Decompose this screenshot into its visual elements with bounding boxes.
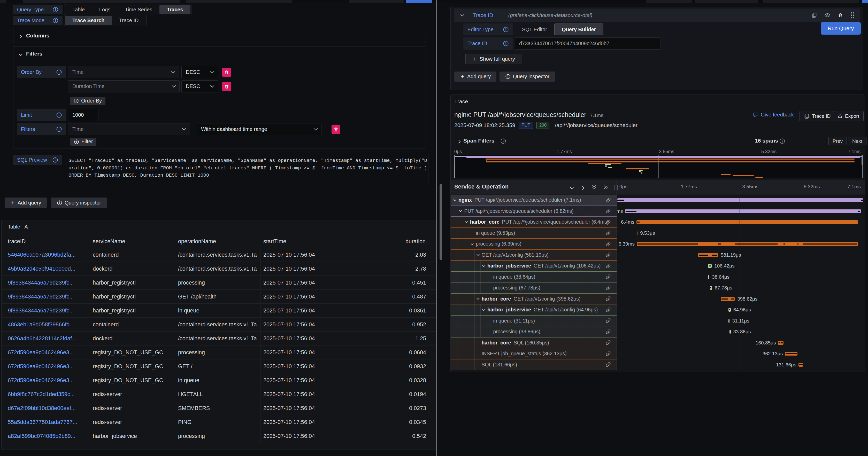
- span-timeline-cell[interactable]: 398.62μs: [617, 294, 865, 305]
- info-icon[interactable]: [53, 18, 58, 24]
- span-name-cell[interactable]: harbor_coreSQL (160.85μs): [451, 337, 617, 349]
- query-type-option-traces[interactable]: Traces: [159, 5, 190, 14]
- span-timeline-cell[interactable]: 67.78μs: [617, 283, 865, 294]
- span-collapse-chevron[interactable]: [453, 198, 456, 201]
- span-link-icon[interactable]: [606, 263, 611, 268]
- span-timeline-cell[interactable]: 6.82ms: [617, 206, 865, 217]
- span-row[interactable]: PUT /api/*/jobservice/queues/scheduler (…: [451, 206, 865, 217]
- span-name-cell[interactable]: nginxPUT /api/*/jobservice/queues/schedu…: [451, 195, 617, 206]
- span-timeline-cell[interactable]: 6.4ms: [617, 217, 865, 228]
- add-query-button-right[interactable]: Add query: [454, 71, 496, 82]
- filter-range-select[interactable]: Within dashboard time range: [197, 123, 321, 135]
- order-by-field-select-2[interactable]: Duration Time: [68, 80, 180, 92]
- table-cell-traceID[interactable]: 55a5dda3677501ada7767...: [8, 415, 86, 429]
- span-row[interactable]: processing (33.86μs)33.86μs: [451, 326, 865, 337]
- table-cell-traceID[interactable]: 672d590ea9c0462496e3...: [8, 373, 86, 387]
- span-timeline-cell[interactable]: 9.53μs: [617, 228, 865, 239]
- table-column-header[interactable]: serviceName: [93, 238, 125, 245]
- span-name-cell[interactable]: SQL (131.66μs): [451, 359, 617, 370]
- scrollbar-thumb[interactable]: [439, 184, 442, 260]
- span-link-icon[interactable]: [606, 285, 611, 291]
- table-cell-traceID[interactable]: 9f89384344a6a79d239fc...: [8, 276, 86, 290]
- trace-mode-option-trace-search[interactable]: Trace Search: [65, 16, 112, 25]
- span-bar[interactable]: [617, 198, 863, 202]
- span-name-cell[interactable]: processing (67.78μs): [451, 283, 617, 294]
- order-by-dir-select-2[interactable]: DESC: [181, 80, 218, 92]
- span-bar[interactable]: [728, 319, 730, 323]
- span-name-cell[interactable]: GET /api/v1/config (581.19μs): [451, 250, 617, 261]
- span-bar[interactable]: [637, 231, 638, 235]
- chevron-right-icon[interactable]: [580, 185, 586, 191]
- table-column-header[interactable]: operationName: [178, 238, 216, 245]
- table-cell-traceID[interactable]: 4863eb1a9d058f39866fd...: [8, 318, 86, 331]
- pane-resize-handle[interactable]: [436, 0, 437, 456]
- order-by-field-select[interactable]: Time: [68, 66, 179, 78]
- span-name-cell[interactable]: harbor_jobserviceGET /api/v1/config (64.…: [451, 304, 617, 316]
- span-link-icon[interactable]: [606, 208, 611, 214]
- query-type-option-table[interactable]: Table: [65, 5, 92, 14]
- query-inspector-button-right[interactable]: Query inspector: [499, 71, 555, 82]
- span-name-cell[interactable]: in queue (9.53μs): [451, 228, 617, 239]
- span-row[interactable]: in queue (9.53μs)9.53μs: [451, 228, 865, 239]
- columns-section[interactable]: Columns: [13, 29, 426, 43]
- editor-type-option-query-builder[interactable]: Query Builder: [554, 24, 603, 35]
- order-by-dir-select[interactable]: DESC: [181, 66, 218, 78]
- span-timeline-cell[interactable]: [617, 195, 865, 206]
- table-cell-traceID[interactable]: 6bb9f8c767c2d1ded359c...: [8, 387, 86, 401]
- span-link-icon[interactable]: [606, 307, 611, 313]
- trace-mode-option-trace-id[interactable]: Trace ID: [112, 16, 146, 25]
- span-name-cell[interactable]: PUT /api/*/jobservice/queues/scheduler (…: [451, 206, 617, 217]
- span-link-icon[interactable]: [606, 296, 611, 302]
- chevron-down-icon[interactable]: [18, 52, 23, 57]
- span-name-cell[interactable]: INSERT job_queue_status (362.13μs): [451, 348, 617, 359]
- info-icon[interactable]: [503, 27, 509, 33]
- span-link-icon[interactable]: [606, 252, 611, 258]
- span-link-icon[interactable]: [606, 340, 611, 346]
- span-row[interactable]: in queue (38.64μs)38.64μs: [451, 272, 865, 283]
- query-inspector-button[interactable]: Query inspector: [51, 198, 107, 208]
- table-column-header[interactable]: duration: [405, 238, 426, 245]
- span-row[interactable]: harbor_corePUT /api/*/jobservice/queues/…: [451, 217, 865, 228]
- double-chevron-right-icon[interactable]: [603, 185, 609, 190]
- span-row[interactable]: in queue (31.11μs)31.11μs: [451, 316, 865, 327]
- info-icon-gray[interactable]: [779, 138, 785, 144]
- filter-field-select[interactable]: Time: [68, 123, 190, 135]
- span-link-icon[interactable]: [606, 230, 611, 236]
- table-cell-traceID[interactable]: 672d590ea9c0462496e3...: [8, 346, 86, 359]
- span-timeline-cell[interactable]: 31.11μs: [617, 316, 865, 327]
- span-collapse-chevron[interactable]: [459, 209, 462, 212]
- prev-button[interactable]: Prev: [829, 137, 847, 145]
- span-row[interactable]: INSERT job_queue_status (362.13μs)362.13…: [451, 348, 865, 359]
- drag-grip-icon[interactable]: [850, 12, 855, 19]
- span-timeline-cell[interactable]: 38.64μs: [617, 272, 865, 283]
- remove-filter-button[interactable]: [332, 125, 340, 134]
- span-link-icon[interactable]: [606, 219, 611, 225]
- add-order-by-button[interactable]: Order By: [70, 97, 105, 105]
- span-name-cell[interactable]: harbor_corePUT /api/*/jobservice/queues/…: [451, 217, 617, 228]
- span-timeline-cell[interactable]: 64.96μs: [617, 304, 865, 316]
- query-type-option-time-series[interactable]: Time Series: [118, 5, 159, 14]
- span-bar[interactable]: [637, 220, 858, 224]
- info-icon-gray[interactable]: [500, 138, 506, 144]
- span-link-icon[interactable]: [606, 362, 611, 367]
- name-timeline-divider[interactable]: [617, 180, 617, 370]
- span-row[interactable]: SQL (131.66μs)131.66μs: [451, 359, 865, 370]
- table-cell-traceID[interactable]: 0626a4b6b4228114c2fdaf...: [8, 331, 86, 346]
- query-row-header[interactable]: Trace ID (grafana-clickhouse-datasource-…: [454, 8, 860, 22]
- chevron-right-icon[interactable]: [18, 34, 23, 39]
- add-query-button[interactable]: Add query: [5, 198, 47, 208]
- span-row[interactable]: processing (6.39ms)6.39ms: [451, 238, 865, 250]
- trace-id-toolbar-button[interactable]: Trace ID: [800, 111, 835, 121]
- info-icon[interactable]: [56, 126, 62, 132]
- span-timeline-cell[interactable]: 6.39ms: [617, 238, 865, 250]
- span-row[interactable]: harbor_coreSQL (160.85μs)160.85μs: [451, 337, 865, 349]
- span-timeline-cell[interactable]: 131.66μs: [617, 359, 865, 370]
- editor-type-option-sql-editor[interactable]: SQL Editor: [515, 24, 554, 35]
- chevron-down-icon[interactable]: [569, 185, 575, 191]
- span-name-cell[interactable]: harbor_coreGET /api/v1/config (398.62μs): [451, 294, 617, 305]
- trash-icon[interactable]: [838, 13, 843, 18]
- table-cell-traceID[interactable]: 9f89384344a6a79d239fc...: [8, 290, 86, 304]
- span-collapse-chevron[interactable]: [465, 220, 468, 223]
- chevron-down-icon[interactable]: [460, 13, 465, 18]
- span-row[interactable]: processing (67.78μs)67.78μs: [451, 283, 865, 294]
